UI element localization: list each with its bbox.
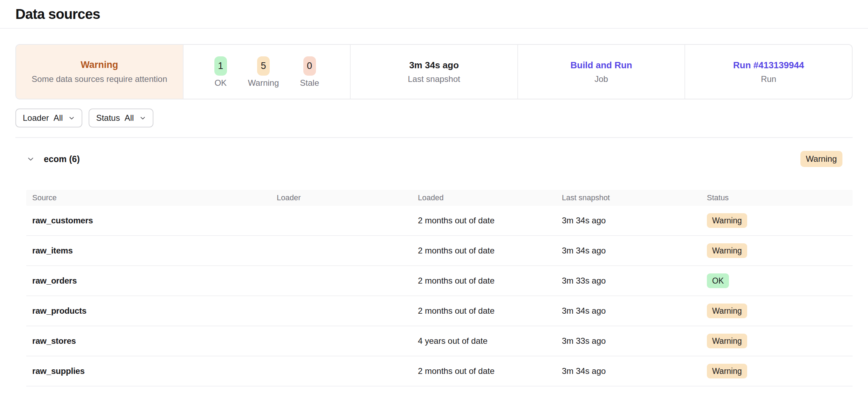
column-header-loader: Loader <box>271 193 412 202</box>
stat-label-stale: Stale <box>300 79 319 87</box>
group-status-badge: Warning <box>800 151 842 167</box>
stat-label-warning: Warning <box>248 79 279 87</box>
job-label: Job <box>594 75 608 83</box>
column-header-loaded: Loaded <box>412 193 556 202</box>
last-snapshot-label: Last snapshot <box>408 75 460 83</box>
snapshot-cell: 3m 33s ago <box>556 336 701 346</box>
loaded-cell: 2 months out of date <box>412 216 556 225</box>
snapshot-cell: 3m 34s ago <box>556 246 701 256</box>
main-content: Warning Some data sources require attent… <box>0 44 868 386</box>
chevron-down-icon[interactable] <box>26 155 35 163</box>
page-header: Data sources <box>0 0 868 29</box>
last-snapshot-card: 3m 34s ago Last snapshot <box>350 45 517 99</box>
table-header-row: Source Loader Loaded Last snapshot Statu… <box>26 190 853 206</box>
status-badge: Warning <box>707 213 747 228</box>
snapshot-cell: 3m 34s ago <box>556 216 701 225</box>
status-cell: Warning <box>701 304 853 318</box>
stat-stale: 0 Stale <box>300 56 319 87</box>
overall-status-card: Warning Some data sources require attent… <box>16 45 183 99</box>
chevron-down-icon <box>68 114 75 122</box>
overall-status-subtitle: Some data sources require attention <box>32 75 167 83</box>
source-cell: raw_products <box>26 306 271 316</box>
stat-badge: 5 <box>257 56 270 76</box>
table-body: raw_customers 2 months out of date 3m 34… <box>26 206 853 386</box>
loaded-cell: 2 months out of date <box>412 246 556 256</box>
stat-ok: 1 OK <box>214 56 227 87</box>
run-card: Run #413139944 Run <box>684 45 852 99</box>
source-cell: raw_orders <box>26 276 271 286</box>
run-label: Run <box>761 75 776 83</box>
status-cell: Warning <box>701 243 853 258</box>
loaded-cell: 2 months out of date <box>412 276 556 286</box>
status-cell: OK <box>701 273 853 288</box>
group-name: ecom (6) <box>44 154 80 164</box>
status-counts-card: 1 OK 5 Warning 0 Stale <box>183 45 350 99</box>
loader-filter-dropdown[interactable]: Loader All <box>15 109 82 127</box>
chevron-down-icon <box>139 114 146 122</box>
run-link[interactable]: Run #413139944 <box>733 61 804 70</box>
status-badge: Warning <box>707 243 747 258</box>
filter-bar: Loader All Status All <box>15 109 853 127</box>
status-cell: Warning <box>701 213 853 228</box>
snapshot-cell: 3m 34s ago <box>556 366 701 376</box>
column-header-last-snapshot: Last snapshot <box>556 193 701 202</box>
stat-warning: 5 Warning <box>248 56 279 87</box>
page-title: Data sources <box>15 6 100 22</box>
table-row[interactable]: raw_supplies 2 months out of date 3m 34s… <box>26 356 853 386</box>
source-cell: raw_items <box>26 246 271 256</box>
group-header-ecom[interactable]: ecom (6) Warning <box>15 151 853 167</box>
source-cell: raw_customers <box>26 216 271 225</box>
data-sources-table: Source Loader Loaded Last snapshot Statu… <box>26 190 853 386</box>
source-cell: raw_supplies <box>26 366 271 376</box>
stat-badge: 0 <box>303 56 316 76</box>
job-link[interactable]: Build and Run <box>570 61 632 70</box>
stat-label-ok: OK <box>214 79 227 87</box>
status-badge: Warning <box>707 364 747 378</box>
table-row[interactable]: raw_stores 4 years out of date 3m 33s ag… <box>26 326 853 356</box>
status-badge: OK <box>707 273 729 288</box>
column-header-status: Status <box>701 193 853 202</box>
snapshot-cell: 3m 33s ago <box>556 276 701 286</box>
snapshot-cell: 3m 34s ago <box>556 306 701 316</box>
source-cell: raw_stores <box>26 336 271 346</box>
loaded-cell: 4 years out of date <box>412 336 556 346</box>
status-badge: Warning <box>707 304 747 318</box>
table-row[interactable]: raw_items 2 months out of date 3m 34s ag… <box>26 236 853 266</box>
status-cell: Warning <box>701 334 853 348</box>
status-filter-label: Status <box>96 113 120 123</box>
section-divider <box>15 137 853 138</box>
table-row[interactable]: raw_customers 2 months out of date 3m 34… <box>26 206 853 236</box>
table-row[interactable]: raw_orders 2 months out of date 3m 33s a… <box>26 266 853 296</box>
status-badge: Warning <box>707 334 747 348</box>
summary-bar: Warning Some data sources require attent… <box>15 44 853 99</box>
column-header-source: Source <box>26 193 271 202</box>
loaded-cell: 2 months out of date <box>412 306 556 316</box>
stat-badge: 1 <box>214 56 227 76</box>
status-filter-value: All <box>124 113 134 123</box>
job-card: Build and Run Job <box>517 45 685 99</box>
overall-status-title: Warning <box>81 60 118 70</box>
loader-filter-value: All <box>54 113 63 123</box>
loaded-cell: 2 months out of date <box>412 366 556 376</box>
table-row[interactable]: raw_products 2 months out of date 3m 34s… <box>26 296 853 326</box>
last-snapshot-value: 3m 34s ago <box>409 61 459 70</box>
status-filter-dropdown[interactable]: Status All <box>89 109 153 127</box>
loader-filter-label: Loader <box>23 113 49 123</box>
status-cell: Warning <box>701 364 853 378</box>
